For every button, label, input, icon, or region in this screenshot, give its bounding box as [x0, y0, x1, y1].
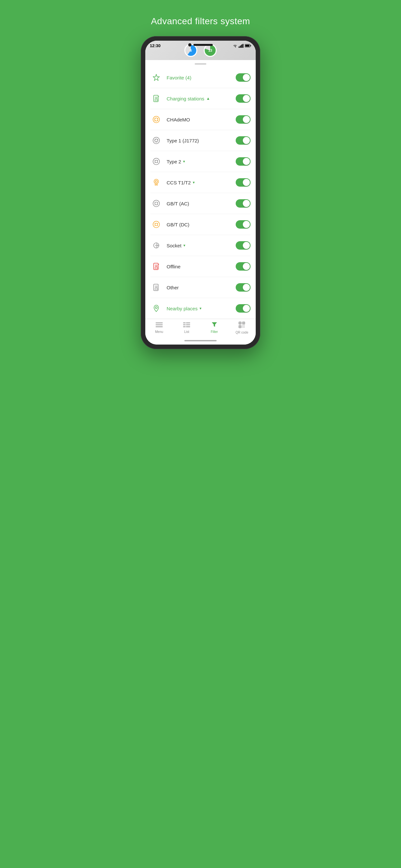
socket-toggle[interactable]: [236, 241, 251, 250]
gbt-ac-toggle[interactable]: [236, 199, 251, 208]
filter-item-type2: Type 2 ▾: [150, 151, 251, 172]
svg-point-25: [154, 179, 158, 184]
svg-point-44: [157, 225, 158, 226]
svg-point-22: [157, 160, 158, 161]
svg-point-38: [157, 204, 158, 205]
svg-rect-32: [157, 184, 158, 185]
filter-item-gbt-ac: GB/T (AC): [150, 193, 251, 214]
filter-item-gbt-dc: GB/T (DC): [150, 214, 251, 235]
other-toggle[interactable]: [236, 283, 251, 291]
nav-label-list: List: [184, 330, 189, 334]
svg-point-37: [155, 204, 155, 205]
ccs-label: CCS T1/T2 ▾: [166, 180, 236, 185]
svg-marker-67: [212, 322, 217, 327]
offline-toggle[interactable]: [236, 262, 251, 271]
svg-point-57: [155, 307, 157, 309]
svg-point-19: [153, 158, 159, 165]
svg-point-28: [157, 181, 158, 181]
svg-rect-75: [244, 326, 244, 326]
favorite-toggle[interactable]: [236, 73, 251, 82]
svg-point-12: [155, 120, 156, 121]
other-label: Other: [166, 285, 236, 290]
home-bar: [184, 340, 217, 341]
svg-rect-6: [155, 99, 158, 101]
charging-stations-toggle[interactable]: [236, 94, 251, 103]
svg-point-30: [157, 182, 158, 182]
filter-item-other: Other: [150, 277, 251, 298]
gbt-dc-toggle[interactable]: [236, 220, 251, 228]
qr-icon: [239, 321, 245, 330]
nav-item-menu[interactable]: Menu: [145, 321, 173, 334]
svg-rect-77: [244, 327, 244, 328]
svg-point-29: [155, 182, 156, 182]
chademo-toggle[interactable]: [236, 115, 251, 124]
phone-shell: 6 13 12:30: [141, 36, 260, 349]
nearby-places-toggle[interactable]: [236, 304, 251, 313]
svg-point-23: [155, 162, 155, 163]
status-icons: [233, 44, 251, 48]
filter-icon: [212, 321, 217, 329]
camera-dot: [188, 43, 191, 46]
gbt-ac-label: GB/T (AC): [166, 201, 236, 206]
sheet-handle[interactable]: [145, 60, 256, 67]
svg-rect-56: [155, 288, 158, 290]
nav-label-qrcode: QR code: [236, 331, 248, 334]
charging-stations-chevron-up: ▲: [206, 96, 210, 101]
svg-point-10: [155, 118, 156, 119]
charging-stations-label: Charging stations ▲: [166, 96, 236, 101]
nav-item-filter[interactable]: Filter: [201, 321, 228, 334]
filter-item-socket: Socket ▾: [150, 235, 251, 256]
offline-label: Offline: [166, 264, 236, 269]
svg-point-17: [157, 140, 158, 140]
phone-screen: 6 13 12:30: [145, 41, 256, 345]
svg-point-21: [155, 160, 155, 161]
signal-icon: [239, 44, 243, 48]
charging-station-icon: [150, 93, 162, 104]
nearby-places-chevron-down: ▾: [199, 306, 202, 311]
svg-rect-73: [240, 326, 241, 327]
svg-point-16: [155, 140, 156, 140]
ccs-toggle[interactable]: [236, 178, 251, 187]
svg-rect-76: [243, 327, 243, 328]
camera-area: [188, 43, 213, 46]
svg-point-41: [155, 223, 155, 224]
filter-item-chademo: CHAdeMO: [150, 109, 251, 130]
svg-point-33: [153, 200, 159, 207]
type2-toggle[interactable]: [236, 157, 251, 166]
svg-point-47: [156, 245, 157, 246]
svg-point-13: [157, 120, 158, 121]
svg-rect-74: [243, 326, 243, 326]
menu-icon: [156, 321, 163, 329]
svg-point-8: [153, 116, 159, 123]
handle-bar: [195, 63, 206, 65]
other-icon: [150, 282, 162, 293]
filter-item-ccs: CCS T1/T2 ▾: [150, 172, 251, 193]
filter-list: Favorite (4) Ch: [145, 67, 256, 319]
nav-label-filter: Filter: [211, 330, 218, 334]
svg-point-43: [155, 225, 155, 226]
svg-rect-2: [245, 45, 250, 47]
gbt-dc-label: GB/T (DC): [166, 222, 236, 227]
type2-label: Type 2 ▾: [166, 159, 236, 164]
svg-point-39: [153, 221, 159, 228]
svg-point-27: [155, 181, 156, 181]
svg-point-42: [157, 223, 158, 224]
battery-icon: [245, 44, 251, 48]
type1-toggle[interactable]: [236, 136, 251, 145]
svg-point-14: [153, 137, 159, 144]
svg-rect-69: [240, 322, 241, 323]
socket-label: Socket ▾: [166, 243, 236, 248]
page-title: Advanced filters system: [151, 16, 250, 27]
socket-chevron-down: ▾: [183, 243, 185, 248]
ccs-icon: [150, 177, 162, 188]
svg-point-40: [155, 223, 158, 226]
chademo-icon: [150, 114, 162, 125]
nav-item-list[interactable]: List: [173, 321, 201, 334]
nearby-places-icon: [150, 303, 162, 314]
socket-icon: [150, 240, 162, 251]
nav-item-qrcode[interactable]: QR code: [228, 321, 256, 334]
ccs-chevron-down: ▾: [193, 180, 195, 185]
offline-icon: [150, 260, 162, 272]
svg-point-24: [157, 162, 158, 163]
svg-rect-51: [155, 268, 158, 269]
